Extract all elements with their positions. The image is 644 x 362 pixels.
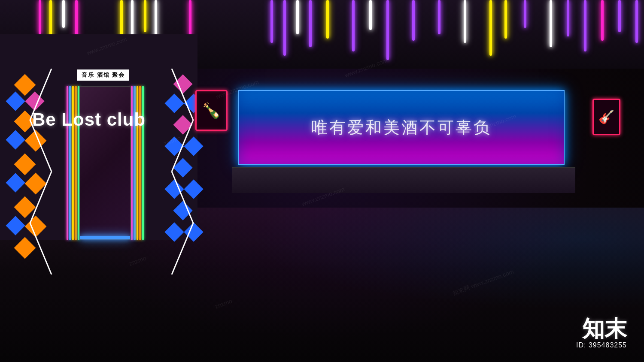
- diamond-blue-r1: [164, 94, 184, 113]
- diamond-blue-4: [6, 216, 25, 235]
- vbar-orange: [75, 86, 76, 240]
- vbar-blue: [69, 86, 71, 240]
- vbar-pink: [67, 86, 68, 240]
- club-name: Be Lost club: [32, 109, 146, 130]
- diamond-orange-3: [25, 130, 47, 152]
- vbar-blue-r: [134, 86, 135, 240]
- stage-platform: [232, 167, 575, 193]
- diamond-pink-r2: [173, 115, 192, 134]
- neon-banner: 唯有爱和美酒不可辜负: [238, 90, 565, 165]
- guitar-icon: 🎸: [598, 109, 614, 124]
- diamond-blue-2: [6, 130, 25, 149]
- diamond-blue-3: [6, 173, 25, 192]
- diamond-blue-r10: [184, 222, 203, 241]
- diamond-pink-r1: [173, 74, 192, 94]
- bottle-icon: 🍾: [202, 102, 221, 120]
- diamond-blue-r7: [184, 179, 203, 199]
- logo-chinese: 知末: [576, 317, 627, 340]
- logo-id: ID: 395483255: [576, 341, 627, 349]
- vbar-yellow-r: [137, 86, 138, 240]
- diamond-blue-r6: [164, 179, 184, 199]
- diamond-blue-r9: [164, 222, 184, 241]
- diamond-blue-1: [6, 91, 25, 111]
- diamond-pink-1: [25, 91, 44, 111]
- diamond-orange-6: [14, 196, 36, 218]
- entrance-door[interactable]: [79, 86, 131, 240]
- entrance-wall: 音乐 酒馆 聚会 Be Lost club: [0, 34, 197, 240]
- main-scene: 音乐 酒馆 聚会 Be Lost club 🍾 唯有爱和美酒不可辜负 🎸 www…: [0, 0, 644, 362]
- diamond-orange-7: [25, 216, 47, 238]
- vert-bars-left: [67, 86, 79, 240]
- sign-text: 音乐 酒馆 聚会: [82, 72, 125, 78]
- vbar-orange-r: [139, 86, 141, 240]
- door-bottom-light: [80, 236, 130, 239]
- vbar-yellow: [72, 86, 74, 240]
- guitar-sign: 🎸: [592, 99, 620, 135]
- banner-text: 唯有爱和美酒不可辜负: [311, 117, 492, 139]
- vbar-pink-r: [131, 86, 133, 240]
- vert-bars-right: [131, 86, 144, 240]
- diamond-pattern-left: [4, 73, 47, 244]
- bottom-logo: 知末 ID: 395483255: [576, 317, 627, 349]
- diamond-orange-5: [25, 173, 47, 195]
- diamond-blue-r8: [173, 201, 192, 220]
- diamond-blue-r5: [173, 158, 192, 177]
- diamond-blue-r3: [164, 136, 184, 156]
- diamond-blue-r4: [184, 136, 203, 156]
- bottle-sign: 🍾: [195, 90, 228, 131]
- vbar-green-r: [142, 86, 144, 240]
- sign-above-door: 音乐 酒馆 聚会: [77, 69, 129, 81]
- diamond-orange-4: [14, 154, 36, 175]
- diamond-orange-1: [14, 74, 36, 96]
